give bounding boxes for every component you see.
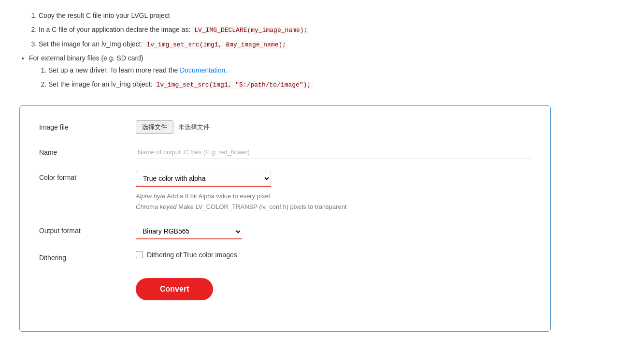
color-format-label: Color format xyxy=(39,171,136,181)
convert-spacer xyxy=(39,273,136,276)
name-control xyxy=(136,146,531,159)
no-file-label: 未选择文件 xyxy=(178,123,210,132)
documentation-link[interactable]: Documentation xyxy=(180,66,225,74)
instructions-section: Copy the result C file into your LVGL pr… xyxy=(19,10,625,91)
color-format-select[interactable]: True color with alpha True color True co… xyxy=(136,171,271,186)
image-file-control: 选择文件 未选择文件 xyxy=(136,120,531,134)
color-format-control: True color with alpha True color True co… xyxy=(136,171,531,212)
dithering-row: Dithering Dithering of True color images xyxy=(39,251,531,262)
file-choose-button[interactable]: 选择文件 xyxy=(136,120,173,134)
code-binary-set-src: lv_img_set_src(img1, "S:/path/to/image")… xyxy=(154,81,313,89)
color-format-row: Color format True color with alpha True … xyxy=(39,171,531,212)
dithering-checkbox-label: Dithering of True color images xyxy=(147,251,237,259)
dithering-control: Dithering of True color images xyxy=(136,251,531,259)
image-file-row: Image file 选择文件 未选择文件 xyxy=(39,120,531,134)
binary-item-2: Set the image for an lv_img object: lv_i… xyxy=(48,78,625,90)
alpha-hint: Alpha byte Add a 8 bit Alpha value to ev… xyxy=(136,191,531,202)
converter-box: Image file 选择文件 未选择文件 Name Color format … xyxy=(19,105,551,332)
chroma-hint: Chroma keyed Make LV_COLOR_TRANSP (lv_co… xyxy=(136,202,531,212)
convert-control: Convert xyxy=(136,273,531,300)
instruction-item-1: Copy the result C file into your LVGL pr… xyxy=(39,10,625,22)
convert-button[interactable]: Convert xyxy=(136,278,213,300)
alpha-hint-label: Alpha byte xyxy=(136,192,165,200)
dithering-checkbox[interactable] xyxy=(136,251,143,258)
chroma-hint-label: Chroma keyed xyxy=(136,203,177,210)
code-declare: LV_IMG_DECLARE(my_image_name); xyxy=(192,26,309,34)
dithering-checkbox-row: Dithering of True color images xyxy=(136,251,531,259)
name-input[interactable] xyxy=(136,146,531,159)
file-input-row: 选择文件 未选择文件 xyxy=(136,120,531,134)
color-format-wrapper: True color with alpha True color True co… xyxy=(136,171,271,187)
output-format-row: Output format Binary RGB565 Binary RGB56… xyxy=(39,224,531,239)
output-format-label: Output format xyxy=(39,224,136,235)
dithering-label: Dithering xyxy=(39,251,136,262)
binary-section: For external binary files (e.g. SD card)… xyxy=(29,52,625,91)
convert-row: Convert xyxy=(39,273,531,300)
instruction-item-3: Set the image for an lv_img object: lv_i… xyxy=(39,38,625,50)
binary-item-1: Set up a new driver. To learn more read … xyxy=(48,64,625,76)
instruction-item-2: In a C file of your application declare … xyxy=(39,24,625,36)
image-file-label: Image file xyxy=(39,120,136,131)
color-hints: Alpha byte Add a 8 bit Alpha value to ev… xyxy=(136,191,531,212)
output-format-control: Binary RGB565 Binary RGB565 swap Binary … xyxy=(136,224,531,239)
name-label: Name xyxy=(39,146,136,156)
code-set-src: lv_img_set_src(img1, &my_image_name); xyxy=(144,41,288,49)
name-row: Name xyxy=(39,146,531,159)
output-format-select[interactable]: Binary RGB565 Binary RGB565 swap Binary … xyxy=(136,224,242,239)
